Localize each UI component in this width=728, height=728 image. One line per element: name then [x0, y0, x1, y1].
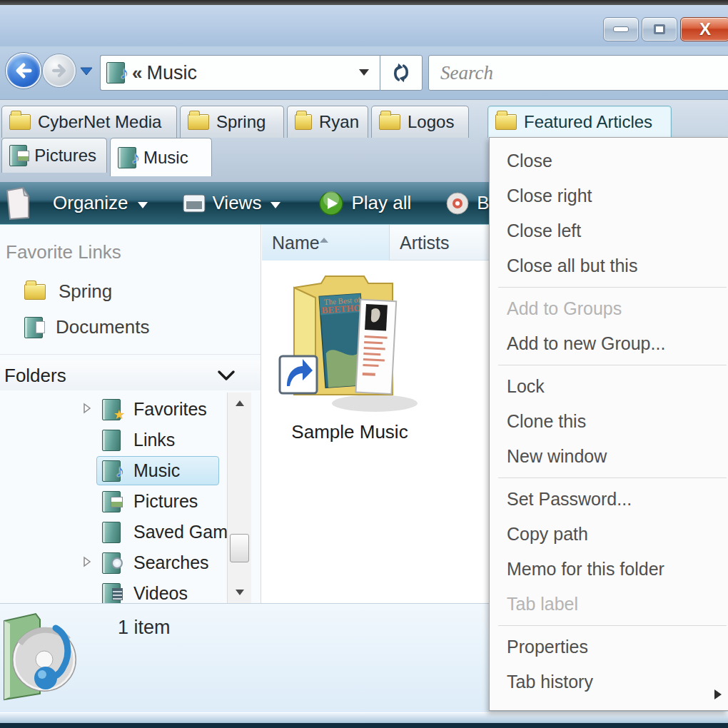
favorite-link-documents[interactable]: Documents — [24, 316, 150, 338]
submenu-arrow-icon — [714, 677, 722, 712]
search-input[interactable] — [429, 56, 728, 90]
chevron-down-icon — [137, 192, 148, 214]
views-button[interactable]: Views — [183, 192, 282, 214]
history-dropdown-icon[interactable] — [80, 66, 93, 79]
window-bottom-edge — [0, 723, 728, 728]
window-bottom-strip — [0, 712, 728, 723]
folder-icon — [188, 114, 209, 130]
menu-item-memo-for-this-folder[interactable]: Memo for this folder — [490, 552, 728, 587]
favorite-link-spring[interactable]: Spring — [24, 280, 112, 303]
menu-item-copy-path[interactable]: Copy path — [490, 517, 728, 552]
search-box — [428, 55, 728, 91]
breadcrumb-location[interactable]: Music — [146, 62, 197, 84]
folder-icon — [495, 114, 517, 130]
tab-spring[interactable]: Spring — [180, 106, 284, 138]
refresh-button[interactable] — [380, 55, 423, 91]
folder-icon — [24, 284, 46, 300]
tree-item-links[interactable]: Links — [0, 425, 227, 455]
scrollbar-thumb[interactable] — [230, 534, 249, 562]
chevron-down-icon[interactable] — [217, 369, 236, 382]
tab-pictures[interactable]: Pictures — [1, 138, 107, 173]
menu-item-add-to-groups: Add to Groups — [490, 291, 728, 326]
expander-icon[interactable] — [82, 556, 92, 570]
tab-cybernet-media[interactable]: CyberNet Media — [1, 106, 177, 138]
maximize-button[interactable] — [642, 17, 677, 41]
menu-item-tab-label: Tab label — [490, 587, 728, 622]
sample-music-folder-icon: The Best of BEETHOVEN — [278, 266, 421, 420]
item-count: 1 item — [118, 617, 171, 639]
searches-folder-icon — [102, 552, 121, 574]
file-item-sample-music[interactable]: The Best of BEETHOVEN — [275, 266, 425, 443]
tab-ryan[interactable]: Ryan — [287, 106, 368, 138]
folder-icon — [9, 114, 31, 130]
favorites-folder-icon — [102, 399, 121, 420]
play-all-button[interactable]: Play all — [318, 191, 411, 216]
tab-row-upper: CyberNet Media Spring Ryan Logos Feature… — [1, 106, 674, 138]
close-button[interactable]: X — [680, 17, 728, 41]
favorite-links-title: Favorite Links — [6, 241, 121, 263]
breadcrumb-chevrons[interactable]: « — [132, 62, 142, 84]
menu-separator — [498, 477, 727, 478]
sort-ascending-icon — [319, 227, 329, 248]
organize-button[interactable]: Organize — [46, 192, 148, 214]
pictures-folder-icon — [9, 145, 27, 166]
refresh-icon — [390, 61, 412, 85]
column-header-name[interactable]: Name — [262, 225, 390, 261]
forward-button[interactable] — [43, 54, 76, 87]
back-button[interactable] — [6, 53, 41, 89]
saved-games-folder-icon — [102, 522, 121, 543]
folder-icon — [295, 114, 312, 130]
scroll-down-button[interactable] — [229, 582, 250, 603]
navigation-bar: « Music — [0, 46, 728, 100]
menu-separator — [498, 287, 727, 288]
folders-header[interactable]: Folders — [0, 360, 261, 390]
menu-item-new-window[interactable]: New window — [490, 439, 728, 474]
burn-disc-icon — [445, 191, 470, 216]
tab-logos[interactable]: Logos — [371, 106, 469, 138]
tab-music[interactable]: Music — [110, 138, 212, 176]
menu-item-add-to-new-group[interactable]: Add to new Group... — [490, 326, 728, 361]
menu-item-tab-history[interactable]: Tab history — [490, 664, 728, 699]
menu-item-set-password[interactable]: Set Password... — [490, 482, 728, 517]
music-folder-icon — [106, 62, 125, 84]
tab-featured-articles[interactable]: Featured Articles — [487, 106, 672, 138]
menu-item-clone-this[interactable]: Clone this — [490, 404, 728, 439]
tree-item-videos[interactable]: Videos — [0, 578, 227, 603]
tree-scrollbar[interactable] — [227, 393, 251, 603]
address-dropdown-icon[interactable] — [358, 66, 370, 79]
address-bar[interactable]: « Music — [100, 55, 380, 91]
expander-icon[interactable] — [82, 403, 92, 417]
page-icon — [1, 186, 33, 221]
menu-item-lock[interactable]: Lock — [490, 369, 728, 404]
music-folder-large-icon — [0, 608, 86, 701]
menu-item-close-all-but-this[interactable]: Close all but this — [490, 248, 728, 283]
videos-folder-icon — [102, 583, 121, 604]
sidebar: Favorite Links Spring Documents Folders … — [0, 225, 261, 603]
tree-item-music[interactable]: Music — [0, 455, 227, 486]
menu-item-close[interactable]: Close — [490, 143, 728, 178]
tree-item-searches[interactable]: Searches — [0, 547, 227, 578]
tree-item-saved-games[interactable]: Saved Gam — [0, 517, 227, 547]
titlebar: X — [0, 5, 728, 46]
music-folder-icon — [102, 460, 121, 482]
play-icon — [318, 191, 344, 216]
tree-item-pictures[interactable]: Pictures — [0, 486, 227, 517]
folders-tree: Favorites Links Music Pictures Saved Gam — [0, 393, 227, 603]
minimize-icon — [613, 26, 629, 32]
tree-item-favorites[interactable]: Favorites — [0, 394, 227, 425]
column-header-artists[interactable]: Artists — [390, 225, 490, 261]
tab-context-menu: Close Close right Close left Close all b… — [489, 137, 728, 711]
scroll-up-button[interactable] — [229, 393, 250, 414]
documents-folder-icon — [24, 317, 43, 338]
menu-separator — [498, 365, 727, 365]
menu-item-properties[interactable]: Properties — [490, 630, 728, 664]
music-folder-icon — [118, 147, 136, 168]
tab-row-lower: Pictures Music — [1, 138, 215, 176]
menu-item-close-right[interactable]: Close right — [490, 178, 728, 213]
arrow-left-icon — [13, 60, 34, 81]
minimize-button[interactable] — [603, 17, 639, 41]
menu-item-close-left[interactable]: Close left — [490, 213, 728, 248]
views-icon — [183, 194, 206, 213]
arrow-right-icon — [50, 61, 69, 80]
pictures-folder-icon — [102, 491, 121, 512]
